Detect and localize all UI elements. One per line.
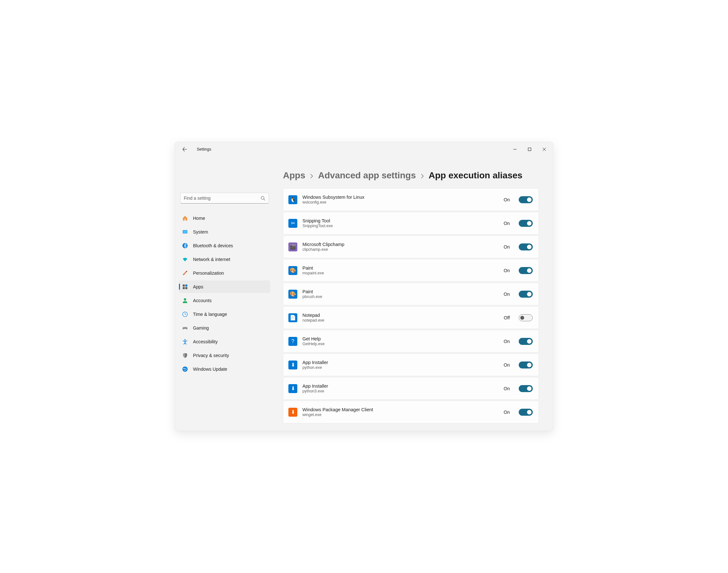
search-icon	[261, 196, 265, 201]
maximize-icon	[528, 148, 531, 151]
alias-toggle[interactable]	[519, 409, 533, 416]
app-icon: ⬇	[289, 384, 297, 393]
svg-point-12	[186, 327, 187, 328]
toggle-knob	[527, 363, 531, 367]
alias-toggle[interactable]	[519, 314, 533, 321]
alias-toggle[interactable]	[519, 220, 533, 227]
svg-rect-8	[185, 287, 187, 289]
app-executable: notepad.exe	[302, 318, 499, 322]
app-executable: GetHelp.exe	[302, 342, 499, 346]
app-icon: ⬇	[289, 361, 297, 369]
app-name: Windows Subsystem for Linux	[302, 195, 499, 200]
minimize-button[interactable]	[508, 144, 522, 154]
sidebar-item-windows-update[interactable]: Windows Update	[179, 363, 270, 375]
toggle-knob	[527, 386, 531, 391]
app-alias-row: 🐧Windows Subsystem for Linuxwslconfig.ex…	[283, 188, 539, 211]
sidebar-item-time-language[interactable]: Time & language	[179, 308, 270, 320]
svg-rect-6	[185, 284, 187, 286]
app-executable: pbrush.exe	[302, 295, 499, 299]
app-text: Get HelpGetHelp.exe	[302, 336, 499, 346]
close-button[interactable]	[537, 144, 552, 154]
sidebar-item-home[interactable]: Home	[179, 212, 270, 224]
toggle-knob	[527, 292, 531, 296]
breadcrumb-apps[interactable]: Apps	[283, 170, 305, 180]
sidebar-item-label: Personalization	[193, 270, 224, 276]
app-text: Notepadnotepad.exe	[302, 313, 499, 322]
breadcrumbs: Apps Advanced app settings App execution…	[283, 170, 539, 180]
app-name: App Installer	[302, 383, 499, 388]
toggle-state-label: On	[504, 410, 510, 415]
sidebar-item-personalization[interactable]: Personalization	[179, 267, 270, 279]
alias-toggle[interactable]	[519, 361, 533, 368]
sidebar-item-gaming[interactable]: Gaming	[179, 322, 270, 334]
sidebar-item-accounts[interactable]: Accounts	[179, 294, 270, 307]
search-box[interactable]	[180, 193, 269, 204]
sidebar-item-apps[interactable]: Apps	[179, 280, 270, 293]
toggle-knob	[527, 268, 531, 273]
toggle-knob	[527, 221, 531, 225]
app-alias-row: ✂Snipping ToolSnippingTool.exeOn	[283, 212, 539, 235]
sidebar-item-privacy-security[interactable]: Privacy & security	[179, 349, 270, 361]
sidebar-item-label: Network & internet	[193, 257, 230, 262]
sidebar-item-label: Home	[193, 216, 205, 221]
alias-toggle[interactable]	[519, 385, 533, 392]
chevron-right-icon	[420, 172, 424, 178]
minimize-icon	[513, 148, 517, 151]
app-icon: ⬇	[289, 408, 297, 417]
app-name: Paint	[302, 265, 499, 270]
home-icon	[182, 215, 188, 221]
titlebar-left: Settings	[179, 144, 211, 155]
sidebar-item-label: Bluetooth & devices	[193, 243, 233, 248]
toggle-knob	[527, 410, 531, 414]
window-controls	[508, 144, 552, 154]
apps-icon	[182, 284, 188, 290]
app-alias-list: 🐧Windows Subsystem for Linuxwslconfig.ex…	[283, 188, 539, 423]
sidebar-item-network-internet[interactable]: Network & internet	[179, 253, 270, 265]
svg-rect-3	[183, 230, 187, 233]
sidebar-item-system[interactable]: System	[179, 225, 270, 238]
content-area: HomeSystemBluetooth & devicesNetwork & i…	[175, 156, 553, 431]
search-wrap	[176, 193, 273, 209]
app-title: Settings	[197, 147, 211, 152]
app-executable: mspaint.exe	[302, 271, 499, 275]
brush-icon	[182, 270, 188, 276]
back-arrow-icon	[183, 147, 187, 152]
nav-list: HomeSystemBluetooth & devicesNetwork & i…	[176, 209, 273, 376]
sidebar-item-accessibility[interactable]: Accessibility	[179, 335, 270, 348]
alias-toggle[interactable]	[519, 267, 533, 274]
alias-toggle[interactable]	[519, 244, 533, 251]
toggle-state-label: On	[504, 244, 510, 250]
app-text: Paintpbrush.exe	[302, 289, 499, 299]
main-content[interactable]: Apps Advanced app settings App execution…	[274, 156, 553, 431]
alias-toggle[interactable]	[519, 291, 533, 298]
breadcrumb-advanced[interactable]: Advanced app settings	[318, 170, 416, 180]
titlebar: Settings	[175, 142, 553, 156]
app-name: Snipping Tool	[302, 218, 499, 223]
svg-point-9	[184, 298, 186, 300]
app-executable: python3.exe	[302, 389, 499, 394]
sidebar-item-label: Privacy & security	[193, 353, 229, 358]
svg-rect-7	[183, 287, 185, 289]
app-alias-row: ⬇App Installerpython3.exeOn	[283, 377, 539, 400]
app-icon: 🎬	[289, 243, 297, 251]
toggle-state-label: On	[504, 386, 510, 391]
alias-toggle[interactable]	[519, 338, 533, 345]
search-input[interactable]	[184, 196, 261, 201]
svg-rect-5	[183, 284, 185, 286]
gaming-icon	[182, 325, 188, 331]
back-button[interactable]	[179, 144, 191, 155]
app-icon: 🎨	[289, 266, 297, 275]
alias-toggle[interactable]	[519, 196, 533, 203]
app-executable: python.exe	[302, 365, 499, 370]
app-name: Windows Package Manager Client	[302, 407, 499, 412]
sidebar-item-label: Accessibility	[193, 339, 218, 344]
toggle-knob	[527, 245, 531, 249]
settings-window: Settings HomeSystemBluetooth & devicesNe…	[175, 142, 553, 431]
sidebar-item-bluetooth-devices[interactable]: Bluetooth & devices	[179, 239, 270, 252]
maximize-button[interactable]	[522, 144, 537, 154]
toggle-state-label: On	[504, 339, 510, 344]
svg-rect-0	[528, 148, 531, 151]
app-name: Microsoft Clipchamp	[302, 242, 499, 247]
toggle-state-label: Off	[504, 315, 510, 320]
svg-point-14	[185, 339, 186, 341]
